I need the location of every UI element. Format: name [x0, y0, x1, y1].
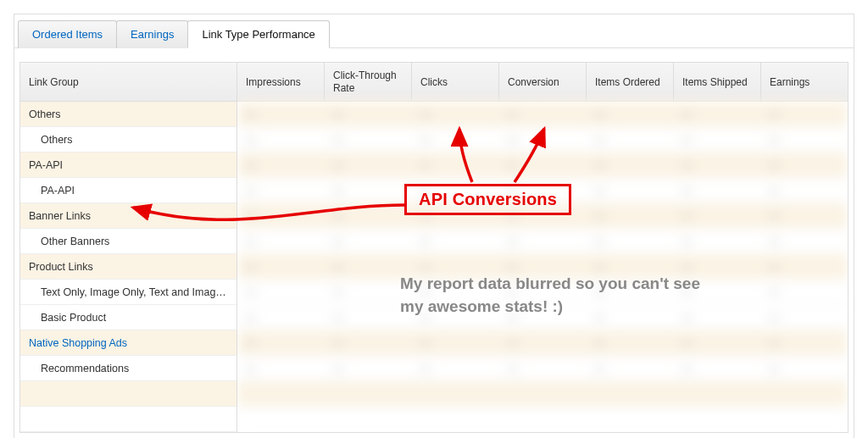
link-group-child: Text Only, Image Only, Text and Image...	[20, 280, 236, 305]
link-group-parent: Others	[20, 102, 236, 127]
col-header-conversion: Conversion	[499, 63, 587, 101]
col-header-ctr: Click-Through Rate	[325, 63, 412, 101]
data-row: ———————	[237, 280, 848, 305]
metrics-columns: Impressions Click-Through Rate Clicks Co…	[237, 63, 848, 432]
report-content: Link Group OthersOthersPA-APIPA-APIBanne…	[14, 48, 854, 438]
data-row: ———————	[237, 229, 848, 254]
data-row: ———————	[237, 102, 848, 127]
data-row	[237, 381, 848, 407]
data-row: ———————	[237, 178, 848, 203]
tabs: Ordered Items Earnings Link Type Perform…	[14, 14, 854, 48]
data-row: ———————	[237, 127, 848, 152]
col-header-items-shipped: Items Shipped	[674, 63, 761, 101]
col-header-impressions: Impressions	[237, 63, 325, 101]
data-row: ———————	[237, 254, 848, 280]
link-group-parent: Product Links	[20, 254, 236, 280]
link-group-parent: Banner Links	[20, 203, 236, 229]
col-header-link-group: Link Group	[20, 63, 236, 101]
col-header-clicks: Clicks	[412, 63, 499, 101]
link-group-parent: PA-API	[20, 152, 236, 178]
data-row: ———————	[237, 305, 848, 330]
link-group-child: Others	[20, 127, 236, 152]
link-group-column: Link Group OthersOthersPA-APIPA-APIBanne…	[20, 63, 237, 432]
link-group-child: Other Banners	[20, 229, 236, 254]
link-group-child: Basic Product	[20, 305, 236, 330]
link-group-parent[interactable]: Native Shopping Ads	[20, 330, 236, 356]
data-row: ———————	[237, 330, 848, 356]
link-group-empty	[20, 407, 236, 432]
link-group-child: Recommendations	[20, 356, 236, 381]
tab-earnings[interactable]: Earnings	[116, 20, 188, 48]
link-group-empty	[20, 381, 236, 407]
data-row: ———————	[237, 152, 848, 178]
data-row: ———————	[237, 203, 848, 229]
link-group-child: PA-API	[20, 178, 236, 203]
data-row	[237, 407, 848, 432]
col-header-items-ordered: Items Ordered	[587, 63, 674, 101]
col-header-earnings: Earnings	[761, 63, 848, 101]
tab-link-type-performance[interactable]: Link Type Performance	[187, 20, 329, 48]
data-row: ———————	[237, 356, 848, 381]
tab-ordered-items[interactable]: Ordered Items	[18, 20, 117, 48]
